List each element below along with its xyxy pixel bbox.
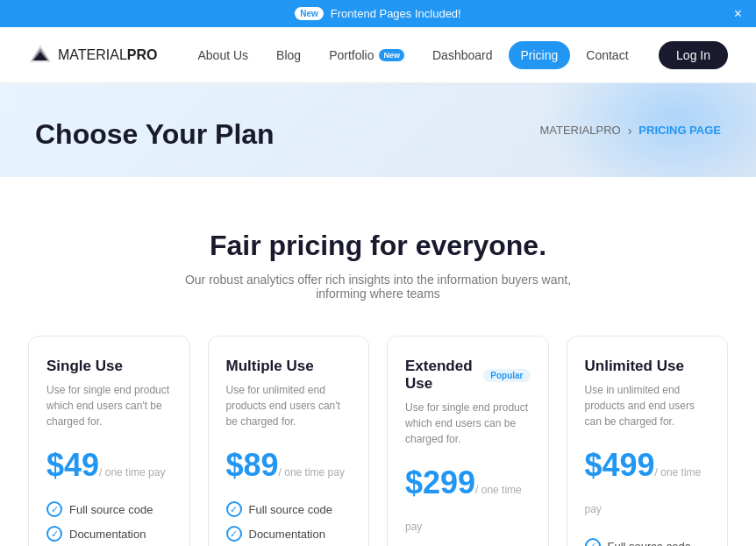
card-description: Use for unlimited end products end users… [226, 382, 352, 429]
feature-label: Documentation [249, 528, 325, 541]
page-title: Choose Your Plan [35, 118, 275, 151]
price-value: $49/ one time pay [46, 447, 165, 483]
check-icon: ✓ [585, 538, 601, 546]
card-title: Extended UsePopular [405, 358, 531, 393]
nav-item-label: Blog [276, 48, 301, 62]
breadcrumb-separator: › [628, 124, 632, 138]
feature-item: ✓Documentation [226, 526, 352, 542]
banner-message: Frontend Pages Included! [331, 7, 461, 20]
nav-item-label: Pricing [521, 48, 559, 62]
card-features: ✓Full source code✓Documentation✕Use in S… [585, 538, 710, 546]
card-title: Single Use [46, 358, 172, 375]
feature-item: ✓Full source code [46, 501, 172, 517]
card-price: $89/ one time pay [226, 447, 352, 484]
plan-title: Multiple Use [226, 358, 314, 375]
pricing-grid: Single UseUse for single end product whi… [28, 336, 728, 546]
check-icon: ✓ [226, 526, 242, 542]
feature-item: ✓Documentation [46, 526, 172, 542]
banner-close-button[interactable]: × [734, 6, 742, 22]
main-nav: About UsBlogPortfolioNewDashboardPricing… [186, 41, 660, 69]
logo-icon [28, 43, 53, 67]
card-price: $49/ one time pay [46, 447, 172, 484]
nav-badge: New [379, 49, 404, 61]
section-heading: Fair pricing for everyone. Our robust an… [28, 230, 728, 301]
nav-item-dashboard[interactable]: Dashboard [420, 41, 505, 69]
card-price: $499/ one time pay [585, 447, 710, 521]
pricing-card-3: Unlimited UseUse in unlimited end produc… [567, 336, 729, 546]
price-value: $89/ one time pay [226, 447, 345, 483]
nav-item-about-us[interactable]: About Us [186, 41, 261, 69]
card-features: ✓Full source code✓Documentation✕Use in S… [226, 501, 352, 546]
nav-item-label: Contact [586, 48, 628, 62]
top-banner: New Frontend Pages Included! × [0, 0, 756, 27]
card-title: Unlimited Use [585, 358, 710, 375]
nav-item-pricing[interactable]: Pricing [509, 41, 571, 69]
plan-title: Single Use [46, 358, 123, 375]
section-subtitle: Our robust analytics offer rich insights… [159, 273, 597, 301]
plan-title: Extended Use [405, 358, 476, 393]
banner-new-badge: New [295, 7, 324, 20]
section-title: Fair pricing for everyone. [28, 230, 728, 262]
nav-item-label: Portfolio [329, 48, 374, 62]
card-price: $299/ one time pay [405, 464, 531, 538]
logo[interactable]: MATERIALPRO [28, 43, 158, 67]
price-period: / one time pay [405, 484, 522, 533]
popular-badge: Popular [483, 369, 530, 382]
feature-item: ✓Full source code [226, 501, 352, 517]
header: MATERIALPRO About UsBlogPortfolioNewDash… [0, 27, 756, 83]
main-content: Fair pricing for everyone. Our robust an… [0, 177, 756, 546]
logo-text: MATERIALPRO [58, 47, 158, 63]
feature-label: Full source code [249, 503, 332, 516]
feature-item: ✓Full source code [585, 538, 710, 546]
nav-item-blog[interactable]: Blog [264, 41, 313, 69]
price-value: $299/ one time pay [405, 464, 522, 537]
card-description: Use in unlimited end products and end us… [585, 382, 710, 429]
price-period: / one time pay [279, 466, 345, 479]
breadcrumb: MATERIALPRO › PRICING PAGE [539, 124, 721, 138]
nav-item-portfolio[interactable]: PortfolioNew [317, 41, 417, 69]
header-actions: Log In [659, 41, 728, 69]
plan-title: Unlimited Use [585, 358, 684, 375]
feature-label: Full source code [69, 503, 153, 516]
breadcrumb-current: PRICING PAGE [638, 124, 721, 137]
nav-item-contact[interactable]: Contact [574, 41, 640, 69]
pricing-card-1: Multiple UseUse for unlimited end produc… [208, 336, 370, 546]
check-icon: ✓ [46, 501, 62, 517]
pricing-card-2: Extended UsePopularUse for single end pr… [387, 336, 549, 546]
check-icon: ✓ [46, 526, 62, 542]
pricing-card-0: Single UseUse for single end product whi… [28, 336, 190, 546]
feature-label: Full source code [608, 540, 691, 547]
card-title: Multiple Use [226, 358, 352, 375]
price-value: $499/ one time pay [585, 447, 702, 520]
card-description: Use for single end product which end use… [46, 382, 172, 429]
breadcrumb-home: MATERIALPRO [539, 124, 620, 137]
nav-item-label: Dashboard [432, 48, 493, 62]
nav-item-label: About Us [198, 48, 249, 62]
hero-section: Choose Your Plan MATERIALPRO › PRICING P… [0, 83, 756, 177]
feature-label: Documentation [69, 528, 146, 541]
card-description: Use for single end product which end use… [405, 400, 531, 447]
price-period: / one time pay [585, 466, 702, 515]
card-features: ✓Full source code✓Documentation✕Use in S… [46, 501, 172, 546]
check-icon: ✓ [226, 501, 242, 517]
price-period: / one time pay [99, 466, 165, 479]
login-button[interactable]: Log In [659, 41, 728, 69]
